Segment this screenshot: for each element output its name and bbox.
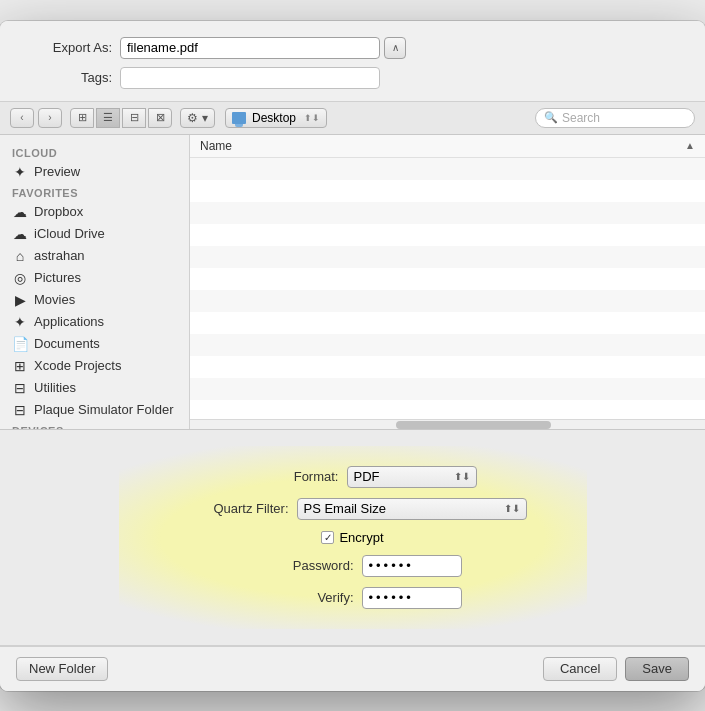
sidebar-item-label: Applications xyxy=(34,314,104,329)
filename-input[interactable] xyxy=(120,37,380,59)
search-placeholder: Search xyxy=(562,111,600,125)
sidebar-item-pictures[interactable]: ◎ Pictures xyxy=(0,267,189,289)
sidebar-item-label: Dropbox xyxy=(34,204,83,219)
dropbox-icon: ☁ xyxy=(12,204,28,220)
back-button[interactable]: ‹ xyxy=(10,108,34,128)
view-icon-grid-button[interactable]: ⊞ xyxy=(70,108,94,128)
location-chevron: ⬆⬇ xyxy=(304,113,320,123)
favorites-section-label: Favorites xyxy=(0,183,189,201)
view-coverflow-button[interactable]: ⊠ xyxy=(148,108,172,128)
quartz-value: PS Email Size xyxy=(304,501,386,516)
sidebar-item-label: Plaque Simulator Folder xyxy=(34,402,173,417)
sidebar-item-label: Preview xyxy=(34,164,80,179)
export-dialog: Export As: ∧ Tags: ‹ › ⊞ ☰ ⊟ ⊠ ⚙ ▾ xyxy=(0,21,705,691)
view-columns-button[interactable]: ⊟ xyxy=(122,108,146,128)
sidebar-item-label: Pictures xyxy=(34,270,81,285)
icloud-drive-icon: ☁ xyxy=(12,226,28,242)
sidebar-item-astrahan[interactable]: ⌂ astrahan xyxy=(0,245,189,267)
save-button[interactable]: Save xyxy=(625,657,689,681)
cancel-button[interactable]: Cancel xyxy=(543,657,617,681)
format-select[interactable]: PDF ⬆⬇ xyxy=(347,466,477,488)
movies-icon: ▶ xyxy=(12,292,28,308)
export-options: Format: PDF ⬆⬇ Quartz Filter: PS Email S… xyxy=(0,430,705,646)
file-row xyxy=(190,246,705,268)
devices-section-label: Devices xyxy=(0,421,189,429)
sort-arrow-icon: ▲ xyxy=(685,140,695,151)
forward-icon: › xyxy=(48,112,51,123)
file-row xyxy=(190,180,705,202)
format-chevron: ⬆⬇ xyxy=(454,471,470,482)
sidebar-item-label: iCloud Drive xyxy=(34,226,105,241)
sidebar-item-label: Xcode Projects xyxy=(34,358,121,373)
documents-icon: 📄 xyxy=(12,336,28,352)
password-row: Password: xyxy=(244,555,462,577)
file-row xyxy=(190,356,705,378)
icloud-section-label: iCloud xyxy=(0,143,189,161)
top-section: Export As: ∧ Tags: xyxy=(0,21,705,102)
location-dropdown[interactable]: Desktop ⬆⬇ xyxy=(225,108,327,128)
bottom-bar: New Folder Cancel Save xyxy=(0,646,705,691)
sidebar-item-plaque[interactable]: ⊟ Plaque Simulator Folder xyxy=(0,399,189,421)
sidebar: iCloud ✦ Preview Favorites ☁ Dropbox ☁ i… xyxy=(0,135,190,429)
verify-input[interactable] xyxy=(362,587,462,609)
sidebar-item-label: Documents xyxy=(34,336,100,351)
quartz-chevron: ⬆⬇ xyxy=(504,503,520,514)
location-label: Desktop xyxy=(252,111,296,125)
password-input[interactable] xyxy=(362,555,462,577)
encrypt-label: Encrypt xyxy=(339,530,383,545)
sidebar-item-preview[interactable]: ✦ Preview xyxy=(0,161,189,183)
browser-area: iCloud ✦ Preview Favorites ☁ Dropbox ☁ i… xyxy=(0,135,705,430)
sidebar-item-label: Utilities xyxy=(34,380,76,395)
view-list-button[interactable]: ☰ xyxy=(96,108,120,128)
home-icon: ⌂ xyxy=(12,248,28,264)
format-row: Format: PDF ⬆⬇ xyxy=(229,466,477,488)
sidebar-item-icloud-drive[interactable]: ☁ iCloud Drive xyxy=(0,223,189,245)
file-list-header: Name ▲ xyxy=(190,135,705,158)
search-box[interactable]: 🔍 Search xyxy=(535,108,695,128)
plaque-icon: ⊟ xyxy=(12,402,28,418)
file-row xyxy=(190,378,705,400)
sidebar-item-label: Movies xyxy=(34,292,75,307)
name-column-header: Name xyxy=(200,139,685,153)
file-row xyxy=(190,334,705,356)
verify-label: Verify: xyxy=(244,590,354,605)
right-buttons: Cancel Save xyxy=(543,657,689,681)
utilities-icon: ⊟ xyxy=(12,380,28,396)
scrollbar-thumb[interactable] xyxy=(396,421,551,429)
sidebar-item-xcode[interactable]: ⊞ Xcode Projects xyxy=(0,355,189,377)
tags-label: Tags: xyxy=(20,70,120,85)
encrypt-row: Encrypt xyxy=(321,530,383,545)
file-rows xyxy=(190,158,705,400)
file-row xyxy=(190,202,705,224)
expand-button[interactable]: ∧ xyxy=(384,37,406,59)
quartz-select[interactable]: PS Email Size ⬆⬇ xyxy=(297,498,527,520)
tags-input[interactable] xyxy=(120,67,380,89)
forward-button[interactable]: › xyxy=(38,108,62,128)
view-buttons: ⊞ ☰ ⊟ ⊠ xyxy=(70,108,172,128)
password-label: Password: xyxy=(244,558,354,573)
sidebar-item-utilities[interactable]: ⊟ Utilities xyxy=(0,377,189,399)
xcode-icon: ⊞ xyxy=(12,358,28,374)
action-menu-button[interactable]: ⚙ ▾ xyxy=(180,108,215,128)
quartz-label: Quartz Filter: xyxy=(179,501,289,516)
toolbar: ‹ › ⊞ ☰ ⊟ ⊠ ⚙ ▾ Desktop ⬆⬇ 🔍 Search xyxy=(0,102,705,135)
file-row xyxy=(190,312,705,334)
file-row xyxy=(190,268,705,290)
preview-icon: ✦ xyxy=(12,164,28,180)
file-list[interactable]: Name ▲ xyxy=(190,135,705,429)
expand-icon: ∧ xyxy=(392,42,399,53)
format-label: Format: xyxy=(229,469,339,484)
sidebar-item-applications[interactable]: ✦ Applications xyxy=(0,311,189,333)
encrypt-checkbox[interactable] xyxy=(321,531,334,544)
desktop-icon xyxy=(232,112,246,124)
sidebar-item-label: astrahan xyxy=(34,248,85,263)
applications-icon: ✦ xyxy=(12,314,28,330)
sidebar-item-dropbox[interactable]: ☁ Dropbox xyxy=(0,201,189,223)
action-icon: ⚙ xyxy=(187,111,198,125)
file-row xyxy=(190,224,705,246)
quartz-row: Quartz Filter: PS Email Size ⬆⬇ xyxy=(179,498,527,520)
sidebar-item-documents[interactable]: 📄 Documents xyxy=(0,333,189,355)
pictures-icon: ◎ xyxy=(12,270,28,286)
sidebar-item-movies[interactable]: ▶ Movies xyxy=(0,289,189,311)
new-folder-button[interactable]: New Folder xyxy=(16,657,108,681)
